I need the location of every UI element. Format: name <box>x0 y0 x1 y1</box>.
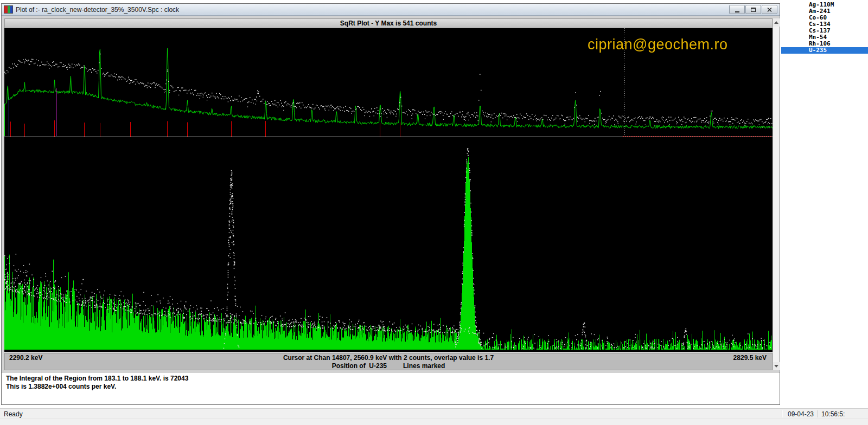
window-title: Plot of :- ra_clock_new-detector_35%_350… <box>16 6 729 14</box>
nuclide-sidebar: Ag-110MAm-241Co-60Cs-134Cs-137Mn-54Rh-10… <box>781 0 868 408</box>
statusbar-separator <box>782 410 783 417</box>
titlebar[interactable]: Plot of :- ra_clock_new-detector_35%_350… <box>2 4 780 16</box>
watermark-text: ciprian@geochem.ro <box>588 36 728 53</box>
plot-window: Plot of :- ra_clock_new-detector_35%_350… <box>1 3 780 405</box>
statusbar-separator <box>817 410 818 417</box>
zoom-spectrum-canvas[interactable] <box>4 137 773 352</box>
minimize-button[interactable] <box>729 5 745 14</box>
arrow-up-icon <box>774 21 778 24</box>
lines-marked-label: Lines marked <box>403 362 445 370</box>
app-statusbar: Ready 09-04-23 10:56:5: <box>0 408 868 425</box>
isotope-list: Ag-110MAm-241Co-60Cs-134Cs-137Mn-54Rh-10… <box>781 2 868 54</box>
vertical-scrollbar[interactable] <box>773 18 780 370</box>
status-ready-label: Ready <box>4 410 23 418</box>
minimize-icon <box>735 11 739 12</box>
close-button[interactable] <box>762 5 777 14</box>
integral-line: The Integral of the Region from 183.1 to… <box>6 375 775 383</box>
status-date-label: 09-04-23 <box>788 410 814 418</box>
status-time-label: 10:56:5: <box>821 410 845 418</box>
right-energy-label: 2829.5 keV <box>733 354 767 362</box>
window-controls <box>729 5 777 14</box>
integral-info-panel: The Integral of the Region from 183.1 to… <box>2 372 780 404</box>
isotope-item[interactable]: U-235 <box>781 47 868 54</box>
scroll-down-button[interactable] <box>773 362 780 370</box>
maximize-button[interactable] <box>745 5 761 14</box>
statusbar-line <box>0 418 868 418</box>
scroll-up-button[interactable] <box>773 18 780 27</box>
app-icon <box>4 5 13 14</box>
position-info-label: Position of U-235 <box>332 362 387 370</box>
plot-title-bar: SqRt Plot - Y Max is 541 counts <box>4 18 773 28</box>
arrow-down-icon <box>774 365 778 368</box>
cursor-info-label: Cursor at Chan 14807, 2560.9 keV with 2 … <box>5 354 772 362</box>
maximize-icon <box>751 8 756 12</box>
desktop: Plot of :- ra_clock_new-detector_35%_350… <box>0 0 868 425</box>
plot-status-bar: 2290.2 keV Cursor at Chan 14807, 2560.9 … <box>4 353 773 370</box>
counts-per-kev-line: This is 1.3882e+004 counts per keV. <box>6 383 775 391</box>
close-icon <box>767 8 772 12</box>
